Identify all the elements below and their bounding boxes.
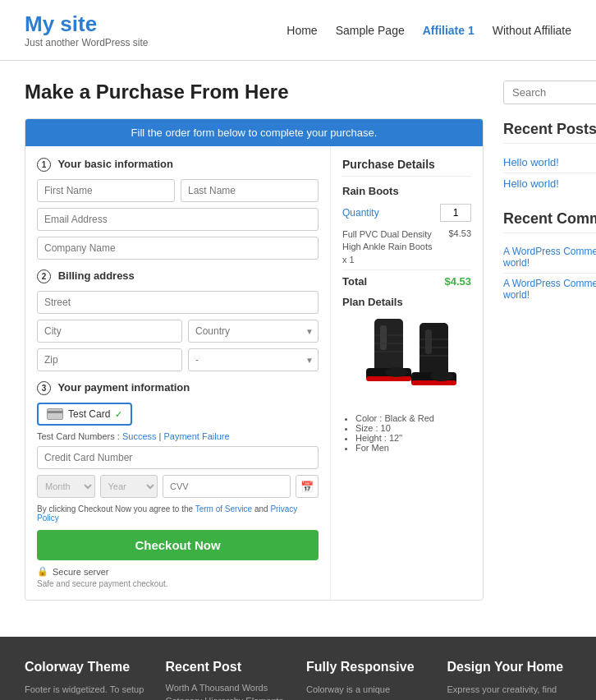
header: My site Just another WordPress site Home…	[0, 0, 596, 61]
footer-col-2: Recent Post Worth A Thousand Words Categ…	[166, 660, 291, 700]
comment-item-2: A WordPress Commenter on Hello world!	[503, 274, 596, 305]
first-name-input[interactable]	[37, 179, 175, 202]
failure-link[interactable]: Payment Failure	[164, 431, 230, 441]
checkout-button[interactable]: Checkout Now	[37, 530, 319, 560]
feature-size: Size : 10	[355, 423, 471, 433]
quantity-label: Quantity	[342, 207, 379, 219]
comment-item-1: A WordPress Commenter on Hello world!	[503, 242, 596, 274]
product-price: $4.53	[448, 228, 471, 266]
footer-col-4: Design Your Home Express your creativity…	[447, 660, 572, 700]
zip-input[interactable]	[37, 348, 182, 371]
footer-col-3: Fully Responsive Colorway is a unique re…	[306, 660, 431, 700]
svg-rect-10	[411, 380, 456, 385]
recent-comments-title: Recent Comments	[503, 210, 596, 233]
product-desc: Full PVC Dual Density High Ankle Rain Bo…	[342, 228, 433, 266]
footer-dark: Colorway Theme Footer is widgetized. To …	[0, 637, 596, 700]
email-input[interactable]	[37, 208, 319, 231]
terms-text: By clicking Checkout Now you agree to th…	[37, 504, 319, 523]
street-input[interactable]	[37, 291, 319, 314]
page-title: Make a Purchase From Here	[25, 81, 484, 104]
footer-col-1: Colorway Theme Footer is widgetized. To …	[25, 660, 149, 700]
footer-col2-title: Recent Post	[166, 660, 291, 675]
month-select[interactable]: Month	[37, 475, 95, 498]
form-header: Fill the order form below to complete yo…	[25, 119, 483, 146]
test-card-numbers: Test Card Numbers : Success | Payment Fa…	[37, 431, 319, 441]
commenter-link-2[interactable]: A WordPress Commenter	[503, 278, 596, 289]
secure-label: Secure server	[53, 567, 108, 577]
plan-title: Plan Details	[342, 296, 471, 308]
svg-rect-11	[425, 329, 432, 354]
cvv-input[interactable]	[163, 475, 291, 498]
nav-without-affiliate[interactable]: Without Affiliate	[493, 24, 571, 37]
feature-color: Color : Black & Red	[355, 413, 471, 423]
svg-rect-3	[380, 325, 387, 350]
feature-height: Height : 12"	[355, 433, 471, 443]
quantity-input[interactable]	[440, 204, 471, 222]
site-tagline: Just another WordPress site	[25, 37, 149, 48]
zip2-input[interactable]	[188, 348, 319, 371]
purchase-form-box: Fill the order form below to complete yo…	[25, 118, 484, 601]
footer-col3-text: Colorway is a unique responsive WordPres…	[306, 683, 431, 700]
product-name: Rain Boots	[342, 185, 471, 197]
feature-gender: For Men	[355, 443, 471, 453]
section1-label: 1 Your basic information	[37, 158, 319, 172]
country-input[interactable]	[188, 320, 319, 343]
boot-image	[346, 315, 469, 405]
footer-col1-text: Footer is widgetized. To setup the foote…	[25, 683, 149, 700]
total-price: $4.53	[444, 275, 471, 288]
terms-link[interactable]: Term of Service	[195, 504, 252, 513]
city-input[interactable]	[37, 320, 182, 343]
footer-col4-title: Design Your Home	[447, 660, 572, 675]
svg-rect-0	[374, 319, 403, 372]
calendar-icon: 📅	[296, 475, 319, 498]
last-name-input[interactable]	[181, 179, 319, 202]
nav-sample-page[interactable]: Sample Page	[336, 24, 405, 37]
year-select[interactable]: Year	[100, 475, 158, 498]
recent-post-2[interactable]: Hello world!	[503, 173, 596, 194]
recent-post-1[interactable]: Hello world!	[503, 152, 596, 173]
section2-label: 2 Billing address	[37, 269, 319, 283]
recent-posts-title: Recent Posts	[503, 121, 596, 144]
plan-features-list: Color : Black & Red Size : 10 Height : 1…	[342, 413, 471, 453]
test-card-button[interactable]: Test Card ✓	[37, 403, 132, 426]
check-icon: ✓	[115, 409, 122, 420]
success-link[interactable]: Success	[122, 431, 157, 441]
search-box: 🔍	[503, 81, 596, 104]
nav-affiliate1[interactable]: Affiliate 1	[423, 24, 475, 37]
footer-col4-text: Express your creativity, find inspiratio…	[447, 683, 572, 700]
credit-card-icon	[47, 408, 63, 420]
total-label: Total	[342, 275, 367, 288]
main-nav: Home Sample Page Affiliate 1 Without Aff…	[287, 24, 571, 37]
search-input[interactable]	[504, 81, 596, 104]
lock-icon: 🔒	[37, 566, 48, 577]
card-number-input[interactable]	[37, 446, 319, 469]
footer-col1-title: Colorway Theme	[25, 660, 149, 675]
company-input[interactable]	[37, 237, 319, 260]
svg-point-15	[430, 371, 453, 381]
svg-point-7	[385, 367, 408, 377]
footer-post-link2[interactable]: Category Hierarchy Elements	[166, 696, 291, 700]
section3-label: 3 Your payment information	[37, 381, 319, 395]
svg-rect-8	[419, 323, 448, 376]
footer-col3-title: Fully Responsive	[306, 660, 431, 675]
footer-post-link1[interactable]: Worth A Thousand Words	[166, 683, 291, 693]
svg-rect-2	[366, 376, 411, 381]
secure-subtext: Safe and secure payment checkout.	[37, 579, 319, 588]
commenter-link-1[interactable]: A WordPress Commenter	[503, 246, 596, 257]
purchase-details-title: Purchase Details	[342, 158, 471, 177]
site-title: My site	[25, 12, 149, 37]
nav-home[interactable]: Home	[287, 24, 317, 37]
